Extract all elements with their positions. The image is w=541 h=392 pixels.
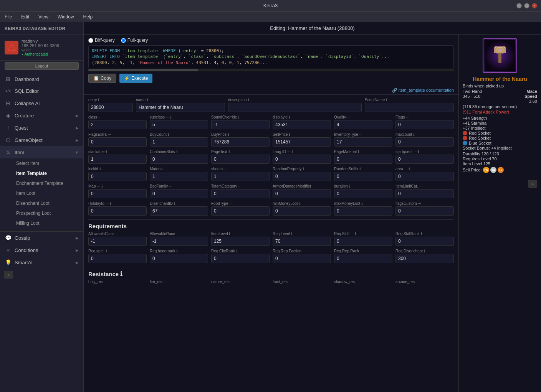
close-button[interactable]: × <box>532 3 537 8</box>
reqskillrank-input[interactable] <box>395 237 454 246</box>
name-input[interactable] <box>136 103 225 112</box>
sidebar-item-smartai[interactable]: 💡 SmartAI ▶ <box>0 256 83 268</box>
description-info-icon[interactable]: ℹ <box>248 98 249 102</box>
disenchantid-input[interactable] <box>150 206 208 216</box>
inventorytype-input[interactable] <box>334 137 392 147</box>
reqspell-input[interactable] <box>88 254 147 263</box>
sidebar-item-dashboard[interactable]: ⊞ Dashboard <box>0 73 83 85</box>
collapse-icon: ⊟ <box>5 100 12 106</box>
material-input[interactable] <box>150 172 208 181</box>
sidebar-item-milling-loot[interactable]: Milling Loot <box>0 218 83 228</box>
reqreprank-input[interactable] <box>334 254 392 263</box>
langid-input[interactable] <box>273 155 331 164</box>
menu-help[interactable]: Help <box>82 13 94 20</box>
menu-edit[interactable]: Edit <box>20 13 31 20</box>
sidebar-item-sql-editor[interactable]: </> SQL Editor <box>0 85 83 97</box>
reqcityrank-input[interactable] <box>211 254 270 263</box>
reqrepfaction-input[interactable] <box>273 254 331 263</box>
scriptname-info-icon[interactable]: ℹ <box>386 98 387 102</box>
maxmoneyloot-input[interactable] <box>334 206 392 216</box>
minimize-button[interactable]: − <box>516 3 522 8</box>
sidebar-item-gameobject[interactable]: ⬡ GameObject ▶ <box>0 134 83 146</box>
containerslots-input[interactable] <box>150 155 208 164</box>
form-row-2: class ··· subclass ··· ℹ SoundOverride ℹ <box>88 115 454 129</box>
sidebar-item-creature[interactable]: ◈ Creature ▶ <box>0 109 83 122</box>
sidebar-item-item-template[interactable]: Item Template <box>0 168 83 178</box>
copy-button[interactable]: 📋 Copy <box>88 74 116 83</box>
minmoneyloot-input[interactable] <box>273 206 331 216</box>
scriptname-input[interactable] <box>365 103 454 112</box>
diff-query-option[interactable]: Diff-query <box>88 38 115 43</box>
quality-input[interactable] <box>334 120 392 129</box>
displayid-input[interactable] <box>273 120 331 129</box>
sidebar-item-enchantment-template[interactable]: Enchantment Template <box>0 178 83 188</box>
menu-file[interactable]: File <box>3 13 13 20</box>
allowableclass-input[interactable] <box>88 237 147 246</box>
right-panel-expand-button[interactable]: » <box>528 180 537 188</box>
soundoverride-input[interactable] <box>211 120 270 129</box>
sheath-input[interactable] <box>211 172 270 181</box>
sidebar-item-item[interactable]: ⚔ Item ▼ <box>0 146 83 158</box>
itemlevel-input[interactable] <box>211 237 270 246</box>
field-soundoverride: SoundOverride ℹ <box>211 115 270 129</box>
sidebar-item-conditions[interactable]: ≡ Conditions ▶ <box>0 244 83 256</box>
full-query-option[interactable]: Full-query <box>121 38 148 43</box>
sidebar-item-collapse-all[interactable]: ⊟ Collapse All <box>0 97 83 109</box>
resistance-info-icon[interactable]: ℹ <box>120 270 122 277</box>
sidebar: KEIRA3 DATABASE EDITOR readonly 185.251.… <box>0 22 84 392</box>
sidebar-item-quest[interactable]: ! Quest ▶ <box>0 122 83 134</box>
pagematerial-input[interactable] <box>334 155 392 164</box>
armordamagemod-input[interactable] <box>273 189 331 198</box>
class-dots[interactable]: ··· <box>98 115 101 119</box>
sidebar-item-prospecting-loot[interactable]: Prospecting Loot <box>0 208 83 218</box>
randomsuffix-input[interactable] <box>334 172 392 181</box>
maxcount-input[interactable] <box>395 137 454 147</box>
startquest-input[interactable] <box>395 155 454 164</box>
menu-view[interactable]: View <box>37 13 50 20</box>
diff-query-radio[interactable] <box>88 38 93 43</box>
buyprice-input[interactable] <box>211 137 270 147</box>
field-buycount: BuyCount ℹ <box>150 132 208 147</box>
flagscustom-input[interactable] <box>395 206 454 216</box>
sellprice-input[interactable] <box>273 137 331 147</box>
field-name: name ℹ <box>136 98 225 112</box>
name-info-icon[interactable]: ℹ <box>147 98 148 102</box>
reqdisenchant-input[interactable] <box>395 254 454 263</box>
logout-button[interactable]: Logout <box>5 62 79 70</box>
menu-window[interactable]: Window <box>56 13 76 20</box>
randomproperty-input[interactable] <box>273 172 331 181</box>
entry-info-icon[interactable]: ℹ <box>98 98 99 102</box>
sidebar-item-disenchant-loot[interactable]: Disenchant Loot <box>0 198 83 208</box>
foodtype-input[interactable] <box>211 206 270 216</box>
sidebar-item-gossip[interactable]: 💬 Gossip ▶ <box>0 232 83 244</box>
subclass-input[interactable] <box>150 120 208 129</box>
area-input[interactable] <box>395 172 454 181</box>
doc-link[interactable]: 🔗 item_template documentation <box>84 86 458 95</box>
sidebar-item-item-loot[interactable]: Item Loot <box>0 188 83 198</box>
stackable-input[interactable] <box>88 155 147 164</box>
map-input[interactable] <box>88 189 147 198</box>
flags-input[interactable] <box>395 120 454 129</box>
reqlevel-input[interactable] <box>273 237 331 246</box>
description-input[interactable] <box>228 103 362 112</box>
lockid-input[interactable] <box>88 172 147 181</box>
maximize-button[interactable]: □ <box>524 3 529 8</box>
totemcategory-input[interactable] <box>211 189 270 198</box>
flagsextra-input[interactable] <box>88 137 147 147</box>
buycount-input[interactable] <box>150 137 208 147</box>
reqhonorrank-input[interactable] <box>150 254 208 263</box>
holidayid-input[interactable] <box>88 206 147 216</box>
entry-input[interactable] <box>88 103 133 112</box>
sidebar-item-select-item[interactable]: Select Item <box>0 158 83 168</box>
reqskill-input[interactable] <box>334 237 392 246</box>
itemlimitcat-input[interactable] <box>395 189 454 198</box>
duration-input[interactable] <box>334 189 392 198</box>
pagetext-input[interactable] <box>211 155 270 164</box>
execute-button[interactable]: ⚡ Execute <box>119 74 152 83</box>
class-input[interactable] <box>88 120 147 129</box>
bagfamily-input[interactable] <box>150 189 208 198</box>
query-scrollbar[interactable] <box>88 69 454 71</box>
full-query-radio[interactable] <box>121 38 126 43</box>
allowablerace-input[interactable] <box>150 237 208 246</box>
sidebar-collapse-button[interactable]: « <box>4 271 13 278</box>
